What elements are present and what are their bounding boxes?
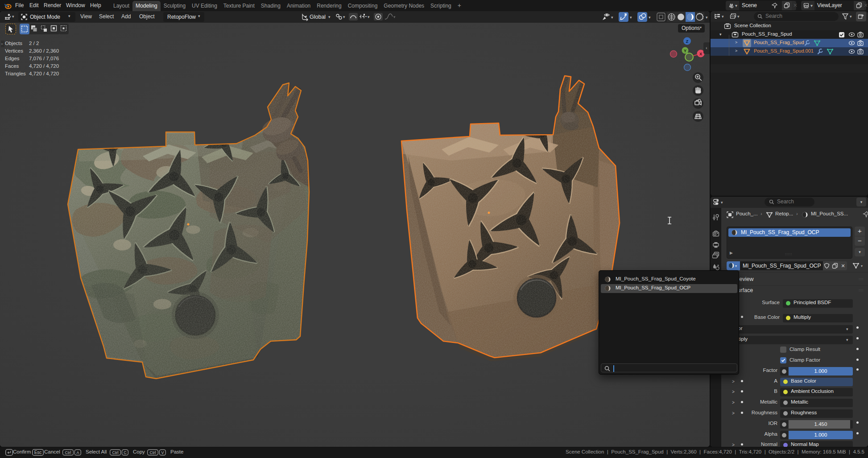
svg-text:V: V	[161, 450, 164, 455]
svg-text:Z: Z	[686, 39, 689, 44]
svg-text:▾: ▾	[368, 15, 370, 19]
svg-text:A: A	[76, 450, 79, 455]
svg-text:Ctrl: Ctrl	[150, 450, 156, 455]
svg-text:▾: ▾	[343, 15, 345, 19]
svg-text:▾: ▾	[649, 15, 651, 20]
svg-text:X: X	[699, 52, 702, 56]
svg-text:▾: ▾	[328, 15, 331, 19]
svg-text:▾: ▾	[706, 15, 708, 20]
svg-text:Esc: Esc	[34, 450, 42, 455]
svg-text:Ctrl: Ctrl	[112, 450, 119, 455]
svg-text:C: C	[124, 450, 127, 455]
svg-text:Ctrl: Ctrl	[65, 450, 71, 455]
svg-text:▾: ▾	[393, 15, 396, 19]
svg-text:Y: Y	[684, 49, 686, 53]
svg-text:▾: ▾	[611, 15, 613, 20]
svg-text:Global: Global	[310, 14, 326, 20]
svg-text:▾: ▾	[630, 15, 632, 20]
